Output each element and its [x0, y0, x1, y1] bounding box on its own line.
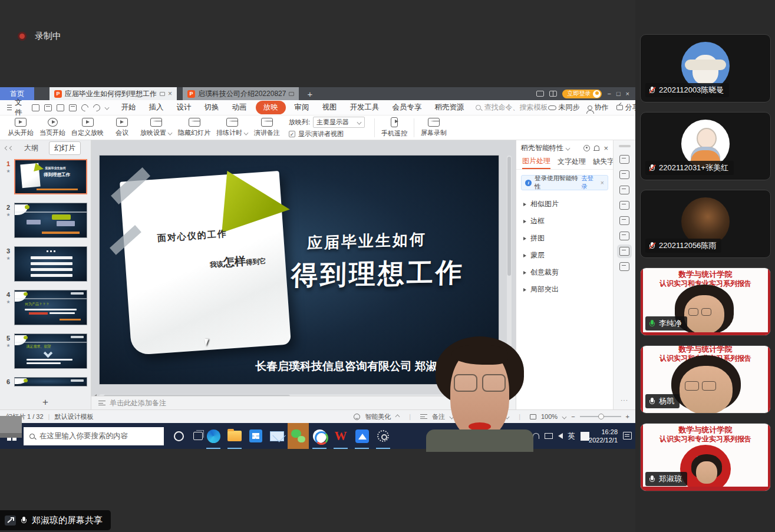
thumb-canvas[interactable]: [14, 246, 87, 282]
wps-doc-tab-1[interactable]: P 应届毕业生如何得到理想工作 ×: [50, 87, 177, 100]
play-from-start-button[interactable]: 从头开始: [5, 118, 37, 137]
screen-record-button[interactable]: 屏幕录制: [418, 118, 450, 137]
menu-docer[interactable]: 稻壳资源: [428, 103, 471, 113]
display-select[interactable]: 主要显示器: [313, 117, 365, 128]
menu-slideshow[interactable]: 放映: [256, 101, 286, 114]
taskbar-mail[interactable]: [266, 423, 288, 449]
slide-thumb-2[interactable]: 2★: [2, 203, 87, 238]
menu-devtools[interactable]: 开发工具: [344, 103, 386, 113]
tray-headset-icon[interactable]: [533, 433, 539, 439]
hide-slide-button[interactable]: 隐藏幻灯片: [175, 118, 213, 137]
minimize-icon[interactable]: −: [607, 91, 611, 97]
print-icon[interactable]: [57, 104, 64, 111]
taskbar-store[interactable]: [245, 423, 266, 449]
tab-close-icon[interactable]: ×: [168, 90, 172, 98]
taskbar-wechat[interactable]: [288, 423, 309, 449]
fit-window-icon[interactable]: [530, 414, 536, 419]
layout-icon[interactable]: [536, 91, 544, 97]
tab-float-icon[interactable]: [160, 92, 165, 96]
gear-icon[interactable]: [583, 145, 590, 151]
beautify-button[interactable]: 智能美化: [365, 412, 391, 421]
menu-insert[interactable]: 插入: [143, 103, 170, 113]
close-panel-icon[interactable]: ×: [603, 144, 608, 153]
rehearse-timing-button[interactable]: 排练计时: [213, 118, 251, 137]
bell-icon[interactable]: [594, 146, 599, 150]
floating-widget[interactable]: [0, 416, 22, 438]
menu-design[interactable]: 设计: [170, 103, 198, 113]
tray-volume-icon[interactable]: [558, 433, 563, 439]
participant-tile-4[interactable]: 数学与统计学院 认识实习和专业实习系列报告 李纯净: [640, 267, 771, 336]
action-center-icon[interactable]: [623, 432, 632, 440]
dismiss-banner-icon[interactable]: ×: [601, 179, 604, 186]
task-view-button[interactable]: [193, 432, 203, 440]
menu-review[interactable]: 审阅: [288, 103, 316, 113]
slide-thumb-1[interactable]: 1★ 应届毕业生如何 得到理想工作: [2, 159, 87, 194]
thumb-canvas[interactable]: [14, 377, 87, 386]
tab-text-processing[interactable]: 文字处理: [558, 157, 586, 168]
ime-mode-icon[interactable]: [581, 432, 589, 441]
slide-thumb-4[interactable]: 4★ 何为产品？？？: [2, 290, 87, 325]
taskbar-search-input[interactable]: 在这里输入你要搜索的内容: [24, 427, 164, 445]
zoom-in-button[interactable]: +: [626, 413, 629, 420]
taskbar-explorer[interactable]: [224, 423, 245, 449]
rail-rocket-icon[interactable]: [619, 155, 629, 164]
panel-item-local-highlight[interactable]: 局部突出: [516, 281, 613, 298]
workspace-grid-icon[interactable]: [549, 91, 557, 97]
slide-thumb-5[interactable]: 5★ 满足需求、欲望: [2, 333, 87, 369]
play-current-button[interactable]: 当页开始: [37, 118, 68, 137]
taskbar-settings[interactable]: [372, 423, 394, 449]
collapse-panel-icon[interactable]: [5, 146, 14, 150]
sync-status[interactable]: 未同步: [548, 103, 580, 113]
output-icon[interactable]: [44, 104, 52, 111]
thumb-canvas[interactable]: 何为产品？？？: [14, 290, 87, 325]
menu-start[interactable]: 开始: [115, 103, 143, 113]
ime-language-indicator[interactable]: 英: [568, 431, 576, 441]
template-name[interactable]: 默认设计模板: [54, 412, 93, 421]
menu-membership[interactable]: 会员专享: [386, 103, 428, 113]
thumb-canvas[interactable]: [14, 203, 87, 238]
panel-item-mask[interactable]: 蒙层: [516, 247, 613, 264]
taskbar-edge[interactable]: [203, 423, 224, 449]
menu-transition[interactable]: 切换: [198, 103, 226, 113]
tab-image-processing[interactable]: 图片处理: [522, 156, 550, 169]
panel-item-borders[interactable]: 边框: [516, 213, 613, 230]
customize-toolbar-icon[interactable]: [104, 105, 109, 110]
phone-remote-button[interactable]: 手机遥控: [378, 117, 410, 138]
taskbar-wps[interactable]: W: [330, 423, 351, 449]
add-slide-button[interactable]: +: [0, 395, 91, 409]
new-tab-button[interactable]: +: [299, 87, 321, 100]
cortana-button[interactable]: [174, 431, 184, 441]
participant-tile-1[interactable]: 2202112003陈晓曼: [640, 34, 771, 103]
rail-effects-icon[interactable]: [619, 186, 629, 194]
zoom-level[interactable]: 100%: [541, 413, 558, 420]
beautify-expand-icon[interactable]: [395, 414, 400, 419]
slide-thumb-6[interactable]: 6: [2, 377, 87, 386]
tray-display-icon[interactable]: [545, 433, 553, 439]
participant-tile-3[interactable]: 2202112056陈雨: [640, 190, 771, 258]
panel-dropdown-icon[interactable]: [566, 146, 570, 150]
taskbar-clock[interactable]: 16:28 2022/12/1: [589, 423, 618, 449]
zoom-dropdown-icon[interactable]: [562, 414, 567, 419]
show-settings-button[interactable]: 放映设置: [137, 118, 175, 137]
menu-animation[interactable]: 动画: [226, 103, 253, 113]
rail-smart-features-icon[interactable]: [619, 247, 629, 256]
login-button[interactable]: 立即登录: [562, 90, 602, 98]
collaborate-button[interactable]: 协作: [588, 103, 609, 113]
tab-slides[interactable]: 幻灯片: [49, 141, 81, 155]
restore-icon[interactable]: □: [616, 91, 621, 97]
zoom-slider-knob[interactable]: [598, 414, 604, 419]
rail-handle[interactable]: [619, 145, 631, 147]
save-icon[interactable]: [32, 104, 39, 111]
panel-item-similar-images[interactable]: 相似图片: [516, 196, 613, 213]
preview-icon[interactable]: [69, 104, 77, 111]
participant-tile-2[interactable]: 2202112031+张美红: [640, 112, 771, 180]
rail-settings-icon[interactable]: [619, 170, 629, 179]
wps-doc-tab-2[interactable]: P 启璞科技公司介绍20220827: [183, 87, 299, 100]
thumb-canvas[interactable]: 应届毕业生如何 得到理想工作: [14, 159, 87, 194]
custom-show-button[interactable]: 自定义放映: [68, 118, 107, 137]
taskbar-browser-q[interactable]: [309, 423, 330, 449]
command-search[interactable]: 查找命令、搜索模板: [476, 103, 548, 113]
meeting-button[interactable]: 会议: [107, 118, 137, 137]
undo-icon[interactable]: [80, 103, 90, 113]
zoom-slider[interactable]: [580, 416, 621, 417]
